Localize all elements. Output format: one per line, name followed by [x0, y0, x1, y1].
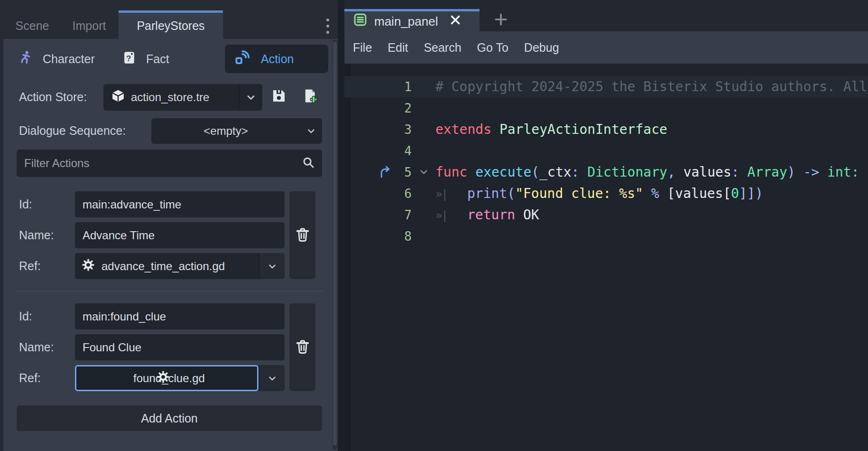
action-store-value-wrap: action_store.tre — [103, 89, 239, 106]
chevron-down-icon[interactable] — [259, 253, 285, 279]
new-store-button[interactable] — [302, 88, 318, 106]
menu-debug[interactable]: Debug — [524, 41, 559, 55]
code-line[interactable]: 3extends ParleyActionInterface — [344, 119, 868, 140]
script-editor-panel: main_panel File Edit Search Go To Debug … — [344, 0, 868, 451]
dock-tab-bar: Scene Import ParleyStores — [0, 0, 338, 39]
action-button-label: Action — [261, 52, 294, 66]
tab-scene[interactable]: Scene — [4, 13, 61, 39]
code-token: # Copyright 2024-2025 the Bisterix Studi… — [435, 79, 867, 94]
code-line[interactable]: 5func execute(_ctx: Dictionary, values: … — [344, 161, 868, 183]
code-text: »|return OK — [435, 207, 539, 223]
ref-label: Ref: — [19, 259, 41, 273]
tab-parleystores-label: ParleyStores — [137, 19, 204, 33]
character-icon — [18, 50, 33, 68]
script-tab-bar: main_panel — [344, 0, 868, 31]
override-arrow-icon[interactable] — [344, 165, 395, 179]
code-editor[interactable]: 1# Copyright 2024-2025 the Bisterix Stud… — [344, 64, 868, 451]
add-action-button[interactable]: Add Action — [17, 405, 322, 431]
tab-parleystores[interactable]: ParleyStores — [119, 10, 223, 39]
trash-icon — [295, 226, 311, 244]
line-number[interactable]: 6 — [395, 187, 412, 201]
code-token — [659, 186, 667, 201]
menu-goto[interactable]: Go To — [477, 41, 508, 55]
action-id-input[interactable] — [75, 303, 285, 329]
ref-value-wrap: advance_time_action.gd — [75, 253, 259, 279]
menu-search[interactable]: Search — [424, 41, 461, 55]
tab-import[interactable]: Import — [61, 13, 118, 39]
filter-actions-box — [17, 150, 322, 177]
add-action-label: Add Action — [141, 412, 198, 425]
code-text: extends ParleyActionInterface — [435, 122, 667, 137]
code-text: func execute(_ctx: Dictionary, values: A… — [435, 164, 859, 180]
menu-edit[interactable]: Edit — [388, 41, 408, 55]
action-store-value: action_store.tre — [131, 91, 209, 104]
scrollbar-thumb[interactable] — [333, 42, 337, 445]
scrollbar[interactable] — [332, 40, 337, 450]
dialogue-sequence-value: <empty> — [151, 124, 300, 138]
tab-scene-label: Scene — [16, 19, 49, 33]
line-number[interactable]: 8 — [395, 229, 412, 244]
code-token: Array — [748, 164, 787, 180]
code-token: % — [651, 186, 659, 201]
name-label: Name: — [19, 228, 54, 242]
line-number[interactable]: 7 — [395, 208, 412, 222]
code-token: ( — [531, 164, 539, 180]
filter-actions-input[interactable] — [17, 157, 295, 170]
character-button[interactable]: Character — [18, 45, 95, 73]
id-label: Id: — [19, 197, 32, 211]
new-tab-button[interactable] — [487, 9, 515, 31]
chevron-down-icon[interactable] — [239, 84, 262, 111]
action-store-dropdown[interactable]: action_store.tre — [103, 84, 262, 111]
dots-menu-icon[interactable] — [324, 13, 331, 39]
resource-cube-icon — [111, 89, 125, 106]
delete-action-button[interactable] — [289, 303, 315, 391]
code-line[interactable]: 2 — [344, 97, 868, 119]
character-button-label: Character — [43, 52, 95, 66]
code-text: # Copyright 2024-2025 the Bisterix Studi… — [435, 79, 867, 94]
script-tab-main-panel[interactable]: main_panel — [344, 9, 480, 31]
close-icon[interactable] — [449, 14, 462, 29]
chevron-down-icon[interactable] — [259, 365, 285, 391]
code-line[interactable]: 6»|print("Found clue: %s" % [values[0]]) — [344, 183, 868, 204]
line-number[interactable]: 2 — [395, 101, 412, 115]
dialogue-sequence-label: Dialogue Sequence: — [19, 124, 126, 138]
action-button[interactable]: Action — [225, 45, 328, 73]
action-name-input[interactable] — [75, 222, 285, 248]
code-line[interactable]: 4 — [344, 140, 868, 161]
code-token: Dictionary — [587, 164, 667, 180]
code-token: execute — [475, 164, 531, 180]
chevron-down-icon[interactable] — [300, 118, 322, 144]
card-separator — [17, 291, 323, 291]
code-line[interactable]: 1# Copyright 2024-2025 the Bisterix Stud… — [344, 76, 868, 97]
line-number[interactable]: 4 — [395, 144, 412, 158]
fact-icon: ? — [122, 50, 137, 68]
code-token: func — [435, 164, 475, 180]
action-ref-dropdown[interactable]: advance_time_action.gd — [75, 253, 285, 279]
tab-indent-marker: »| — [435, 188, 467, 201]
code-token: int: — [827, 164, 859, 180]
line-number[interactable]: 5 — [395, 165, 412, 179]
name-label: Name: — [19, 340, 54, 354]
action-name-input[interactable] — [75, 334, 285, 360]
code-line[interactable]: 7»|return OK — [344, 204, 868, 226]
code-token: ) -> — [787, 164, 827, 180]
dialogue-sequence-row: Dialogue Sequence: <empty> — [0, 118, 338, 144]
tab-indent-marker: »| — [435, 209, 467, 222]
new-script-icon — [302, 97, 318, 105]
line-number[interactable]: 3 — [395, 122, 412, 137]
delete-action-button[interactable] — [289, 191, 315, 279]
code-token — [491, 122, 499, 137]
fact-button[interactable]: ? Fact — [122, 45, 169, 73]
save-icon — [271, 97, 287, 105]
action-store-row: Action Store: action_store.tre — [0, 84, 338, 111]
line-number[interactable]: 1 — [395, 80, 412, 94]
save-store-button[interactable] — [271, 88, 287, 106]
menu-file[interactable]: File — [353, 41, 372, 55]
action-id-input[interactable] — [75, 191, 285, 217]
dialogue-sequence-dropdown[interactable]: <empty> — [151, 118, 322, 144]
code-token: return — [467, 207, 515, 223]
action-ref-dropdown[interactable]: found_clue.gd — [75, 365, 285, 391]
code-line[interactable]: 8 — [344, 226, 868, 247]
fold-chevron-icon[interactable] — [412, 167, 435, 178]
gear-icon — [157, 370, 170, 386]
